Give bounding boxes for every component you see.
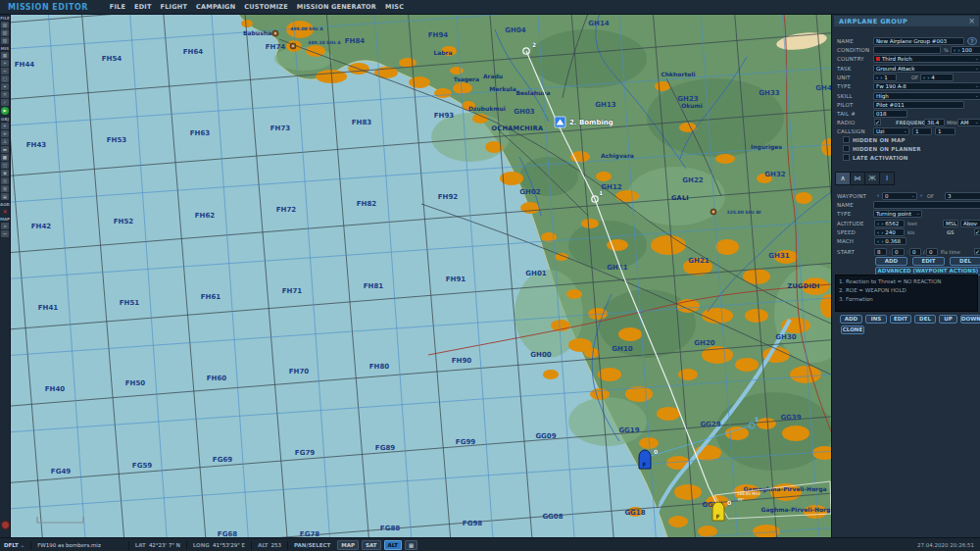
start-day-input[interactable]: 0 — [926, 248, 938, 256]
waypoint-del-button[interactable]: DEL — [950, 257, 980, 266]
aircraft-type-select[interactable]: Fw 190 A-8 — [873, 82, 980, 90]
menu-item-mission-generator[interactable]: MISSION GENERATOR — [297, 3, 376, 11]
airplane-group-icon[interactable] — [555, 117, 565, 127]
fix-time-checkbox[interactable] — [974, 248, 980, 255]
helicopter-icon[interactable]: ✣ — [1, 130, 9, 137]
waypoint-next-button[interactable]: › — [920, 192, 922, 198]
airfield-icon[interactable]: ◉ — [1, 170, 9, 176]
new-mission-icon[interactable]: ▤ — [1, 22, 9, 28]
tab-route[interactable]: ∧ — [835, 172, 851, 185]
pan-icon[interactable]: ↔ — [1, 230, 9, 237]
callsign-select[interactable]: Uzi — [873, 127, 909, 135]
waypoint-select[interactable]: 0 — [882, 192, 917, 200]
waypoint-type-select[interactable]: Turning point — [873, 210, 922, 218]
waypoint-actions-list[interactable]: 1. Reaction to Threat = NO REACTION2. RO… — [835, 275, 978, 312]
generator-icon[interactable]: ✦ — [1, 83, 9, 90]
waypoint-action-item[interactable]: 3. Formation — [839, 295, 974, 304]
menu-item-customize[interactable]: CUSTOMIZE — [244, 3, 288, 11]
waypoint-total-input[interactable]: 3 — [945, 192, 980, 200]
save-mission-icon[interactable]: ▥ — [1, 37, 9, 44]
waypoint-add-button[interactable]: ADD — [875, 257, 907, 266]
map-canvas[interactable]: FH44FH54FH64FH74FH84FH94GH04GH14FH43FH53… — [10, 14, 831, 537]
callsign-number-input[interactable]: 1 — [912, 127, 932, 135]
aircraft-icon[interactable]: ✈ — [1, 123, 9, 129]
bullseye-icon[interactable]: ◍ — [1, 185, 9, 192]
action-edit-button[interactable]: EDIT — [890, 315, 911, 324]
speed-spinner[interactable]: ‹ › 240 — [874, 228, 905, 236]
waypoint-prev-button[interactable]: ‹ — [877, 192, 879, 198]
action-add-button[interactable]: ADD — [840, 315, 862, 324]
waypoint-edit-button[interactable]: EDIT — [912, 257, 945, 266]
hidden-on-map-checkbox[interactable] — [843, 136, 850, 143]
keyboard-layout-button[interactable]: ▦ — [405, 540, 417, 550]
condition-input[interactable] — [873, 46, 941, 54]
briefing-icon[interactable]: ▦ — [1, 52, 9, 59]
failures-icon[interactable]: ▢ — [1, 75, 9, 82]
measure-icon[interactable]: ⌀ — [1, 223, 9, 229]
frequency-input[interactable]: 38.4 — [924, 119, 945, 126]
tab-payload[interactable]: ⋈ — [850, 172, 865, 185]
view-mode-map-button[interactable]: MAP — [337, 540, 359, 550]
label-icon[interactable]: ◒ — [1, 193, 9, 200]
tail-number-input[interactable]: 018 — [873, 110, 907, 118]
mach-spinner[interactable]: ‹ › 0.368 — [874, 237, 906, 245]
late-activation-checkbox[interactable] — [843, 154, 850, 161]
group-name-input[interactable]: New Airplane Group #003 — [873, 37, 964, 45]
action-ins-button[interactable]: INS — [865, 315, 887, 324]
rules-icon[interactable]: ≈ — [1, 68, 9, 75]
waypoint-action-item[interactable]: 2. ROE = WEAPON HOLD — [839, 286, 974, 295]
trigger-zone-icon[interactable]: ◎ — [1, 177, 9, 184]
clone-button[interactable]: CLONE — [841, 326, 864, 334]
action-del-button[interactable]: DEL — [914, 315, 936, 324]
tab-failures[interactable]: Ж — [864, 172, 880, 185]
task-select[interactable]: Ground Attack — [873, 65, 980, 73]
gs-checkbox[interactable] — [974, 228, 980, 235]
skill-select[interactable]: High — [873, 92, 980, 100]
view-mode-sat-button[interactable]: SAT — [362, 540, 381, 550]
fly-mission-icon[interactable]: ▶ — [1, 107, 9, 115]
action-down-button[interactable]: DOWN — [960, 315, 980, 324]
start-seconds-input[interactable]: 0 — [909, 248, 921, 256]
template-icon[interactable]: ◫ — [1, 162, 9, 169]
panel-header[interactable]: AIRPLANE GROUP × — [834, 16, 979, 26]
callsign-flight-input[interactable]: 1 — [935, 127, 956, 135]
menu-item-file[interactable]: FILE — [110, 3, 125, 11]
menu-item-campaign[interactable]: CAMPAIGN — [196, 3, 235, 11]
check-icon[interactable]: ✓ — [1, 99, 9, 106]
theater-select[interactable]: DFLT ⌄ — [4, 542, 24, 548]
grid-label: FH50 — [125, 379, 146, 387]
start-minutes-input[interactable]: 0 — [892, 248, 905, 256]
menu-item-misc[interactable]: MISC — [385, 3, 404, 11]
tab-summary[interactable]: Ι — [879, 172, 895, 185]
vehicle-icon[interactable]: ▬ — [1, 146, 9, 153]
static-object-icon[interactable]: ■ — [1, 154, 9, 161]
view-mode-alt-button[interactable]: ALT — [384, 540, 403, 550]
menu-item-flight[interactable]: FLIGHT — [161, 3, 187, 11]
ship-icon[interactable]: ⚓ — [1, 138, 9, 145]
delete-object-icon[interactable]: ✕ — [1, 208, 9, 215]
grid-label: FH71 — [282, 287, 303, 295]
radio-checkbox[interactable] — [874, 119, 881, 125]
unit-count-spinner[interactable]: ‹ › 1 — [873, 74, 897, 81]
pilot-input[interactable]: Pilot #011 — [873, 101, 964, 109]
hidden-on-planner-checkbox[interactable] — [843, 145, 850, 152]
waypoint-action-item[interactable]: 1. Reaction to Threat = NO REACTION — [839, 277, 974, 286]
menu-item-edit[interactable]: EDIT — [134, 3, 152, 11]
summary-icon[interactable]: ≡ — [1, 91, 9, 98]
waypoint-name-input[interactable] — [873, 201, 980, 209]
parked-aircraft-blue-icon[interactable]: F — [639, 450, 651, 469]
parked-aircraft-yellow-icon[interactable]: F — [712, 502, 724, 521]
altitude-spinner[interactable]: ‹ › 6562 — [874, 220, 905, 227]
action-up-button[interactable]: UP — [939, 315, 957, 324]
start-hours-input[interactable]: 8 — [874, 248, 887, 256]
open-mission-icon[interactable]: ▧ — [1, 29, 9, 36]
weather-icon[interactable]: ☀ — [1, 60, 9, 67]
unit-total-spinner[interactable]: ‹ › 4 — [920, 74, 954, 81]
probability-spinner[interactable]: ‹ › 100 — [951, 46, 980, 54]
help-button[interactable]: ? — [967, 37, 977, 45]
country-select[interactable]: Third Reich — [873, 55, 980, 63]
modulation-select[interactable]: AM — [957, 119, 980, 126]
altitude-mode-select[interactable]: Abov — [960, 220, 980, 227]
altitude-ref-box[interactable]: MSL — [943, 220, 958, 227]
close-icon[interactable]: × — [968, 17, 975, 25]
